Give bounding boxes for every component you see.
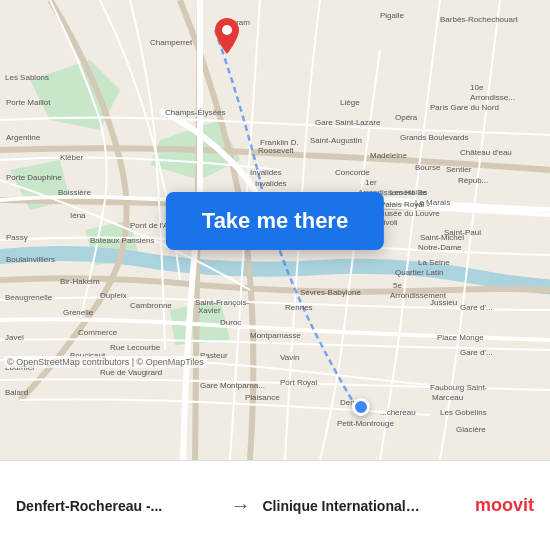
svg-point-84 (222, 25, 232, 35)
svg-text:Bir-Hakeim: Bir-Hakeim (60, 277, 100, 286)
svg-text:Musée du Louvre: Musée du Louvre (378, 209, 440, 218)
svg-text:Boulainvilliers: Boulainvilliers (6, 255, 55, 264)
svg-text:Glacière: Glacière (456, 425, 486, 434)
svg-text:Montparnasse: Montparnasse (250, 331, 301, 340)
svg-text:Vavin: Vavin (280, 353, 299, 362)
svg-text:Porte Maillot: Porte Maillot (6, 98, 51, 107)
svg-text:Javel: Javel (5, 333, 24, 342)
svg-text:Bourse: Bourse (415, 163, 441, 172)
svg-text:Les Sablons: Les Sablons (5, 73, 49, 82)
svg-text:Porte Dauphine: Porte Dauphine (6, 173, 62, 182)
svg-text:Iéna: Iéna (70, 211, 86, 220)
bottom-bar: Denfert-Rochereau -... → Clinique Intern… (0, 460, 550, 550)
svg-text:Les Gobelins: Les Gobelins (440, 408, 487, 417)
svg-text:Petit-Montrouge: Petit-Montrouge (337, 419, 394, 428)
svg-text:Gare d'...: Gare d'... (460, 303, 493, 312)
svg-text:Liège: Liège (340, 98, 360, 107)
svg-text:Arrondisse...: Arrondisse... (470, 93, 515, 102)
svg-text:Plaisance: Plaisance (245, 393, 280, 402)
from-section: Denfert-Rochereau -... (16, 498, 219, 514)
svg-text:Champerret: Champerret (150, 38, 193, 47)
svg-text:3e: 3e (418, 188, 427, 197)
svg-text:Rue Lecourbe: Rue Lecourbe (110, 343, 161, 352)
copyright-text: © OpenStreetMap contributors | © OpenMap… (4, 356, 207, 368)
svg-text:Xavier: Xavier (198, 306, 221, 315)
moovit-logo: moovit (475, 495, 534, 516)
svg-text:Gare Saint-Lazare: Gare Saint-Lazare (315, 118, 381, 127)
svg-text:Paris Gare du Nord: Paris Gare du Nord (430, 103, 499, 112)
svg-text:Quartier Latin: Quartier Latin (395, 268, 443, 277)
svg-text:Opéra: Opéra (395, 113, 418, 122)
from-label: Denfert-Rochereau -... (16, 498, 162, 514)
svg-text:Rue de Vaugirard: Rue de Vaugirard (100, 368, 162, 377)
svg-text:Saint-Augustin: Saint-Augustin (310, 136, 362, 145)
arrow-icon: → (231, 494, 251, 517)
svg-text:Palais Royal -: Palais Royal - (380, 200, 430, 209)
svg-text:Duroc: Duroc (220, 318, 241, 327)
svg-text:Notre-Dame: Notre-Dame (418, 243, 462, 252)
svg-text:Beaugrenelle: Beaugrenelle (5, 293, 53, 302)
svg-text:5e: 5e (393, 281, 402, 290)
svg-text:Port Royal: Port Royal (280, 378, 318, 387)
svg-text:Rennes: Rennes (285, 303, 313, 312)
svg-text:Champs-Élysées: Champs-Élysées (165, 108, 225, 117)
origin-marker (352, 398, 370, 416)
svg-text:Roosevelt: Roosevelt (258, 146, 294, 155)
svg-text:Argentine: Argentine (6, 133, 41, 142)
svg-text:Château d'eau: Château d'eau (460, 148, 512, 157)
svg-text:Gare d'...: Gare d'... (460, 348, 493, 357)
svg-text:Saint-Paul: Saint-Paul (444, 228, 481, 237)
svg-text:Kléber: Kléber (60, 153, 83, 162)
svg-text:Concorde: Concorde (335, 168, 370, 177)
svg-text:Marceau: Marceau (432, 393, 463, 402)
svg-text:Gare Montparna...: Gare Montparna... (200, 381, 265, 390)
svg-text:Grands Boulevards: Grands Boulevards (400, 133, 468, 142)
svg-text:Invalides: Invalides (255, 179, 287, 188)
svg-text:Jussieu: Jussieu (430, 298, 457, 307)
svg-text:Place Monge: Place Monge (437, 333, 484, 342)
svg-text:Boissière: Boissière (58, 188, 91, 197)
svg-text:Dupleix: Dupleix (100, 291, 127, 300)
svg-text:...chereau: ...chereau (380, 408, 416, 417)
take-me-there-button[interactable]: Take me there (166, 192, 384, 250)
svg-text:Pigalle: Pigalle (380, 11, 405, 20)
to-label: Clinique Internationale du P... (263, 498, 423, 514)
svg-text:Madeleine: Madeleine (370, 151, 407, 160)
svg-text:Répub...: Répub... (458, 176, 488, 185)
to-section: Clinique Internationale du P... (263, 498, 466, 514)
svg-text:Grenelle: Grenelle (63, 308, 94, 317)
destination-marker (215, 18, 239, 50)
svg-text:Passy: Passy (6, 233, 28, 242)
svg-text:1er: 1er (365, 178, 377, 187)
svg-text:Barbès-Rochechouart: Barbès-Rochechouart (440, 15, 519, 24)
svg-text:Bateaux Parisiens: Bateaux Parisiens (90, 236, 154, 245)
svg-text:Sentier: Sentier (446, 165, 472, 174)
svg-text:Faubourg Saint-: Faubourg Saint- (430, 383, 488, 392)
moovit-logo-text: moovit (475, 495, 534, 516)
map-container: Champerret Wagram Pigalle Barbès-Rochech… (0, 0, 550, 460)
svg-text:Sèvres-Babylone: Sèvres-Babylone (300, 288, 361, 297)
svg-text:Invalides: Invalides (250, 168, 282, 177)
svg-text:Balard: Balard (5, 388, 28, 397)
svg-text:Commerce: Commerce (78, 328, 118, 337)
svg-text:Cambronne: Cambronne (130, 301, 172, 310)
svg-text:La Seine: La Seine (418, 258, 450, 267)
svg-text:10e: 10e (470, 83, 484, 92)
